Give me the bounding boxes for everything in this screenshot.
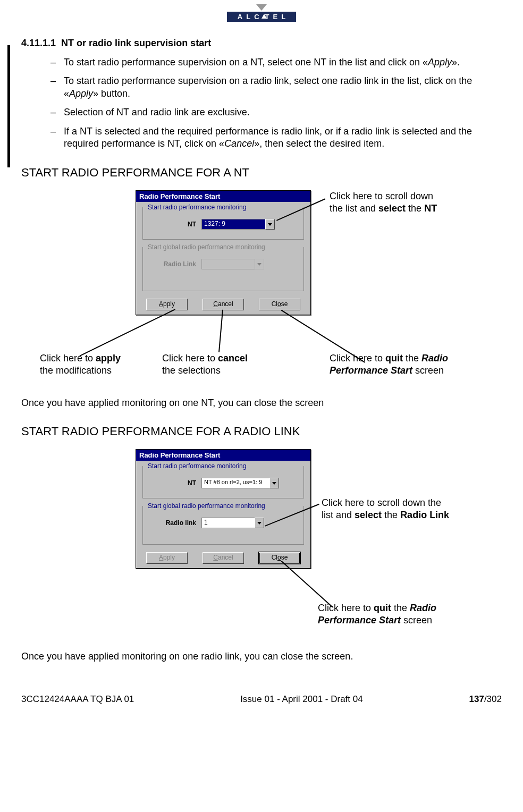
callout-line (281, 310, 365, 362)
cancel-button[interactable]: Cancel (203, 299, 244, 310)
bullet-item: If a NT is selected and the required per… (50, 125, 502, 150)
groupbox-title: Start global radio performance monitorin… (146, 243, 267, 251)
radiolink-combo-dropdown-button (255, 259, 264, 269)
paragraph-after-rl: Once you have applied monitoring on one … (21, 651, 502, 662)
subheading-nt: START RADIO PERFORMANCE FOR A NT (21, 166, 502, 180)
cancel-button: Cancel (203, 552, 244, 564)
footer-center: Issue 01 - April 2001 - Draft 04 (240, 694, 363, 705)
callout-line (219, 310, 223, 352)
groupbox-start-monitoring: Start radio performance monitoring NT 13… (142, 207, 304, 240)
dialog-titlebar: Radio Performance Start (136, 191, 310, 202)
figure-nt: Radio Performance Start Start radio perf… (21, 190, 502, 387)
nt-combo[interactable]: NT #8 on rl=2, us=1: 9 (201, 478, 279, 488)
section-title: NT or radio link supervision start (61, 38, 211, 48)
radiolink-combo-value (201, 259, 255, 269)
callout-line (80, 309, 175, 357)
callout-scroll-nt: Click here to scroll down the list and s… (330, 190, 468, 214)
figure-radiolink: Radio Performance Start Start radio perf… (21, 449, 502, 640)
radiolink-combo-value[interactable]: 1 (201, 518, 255, 528)
nt-label: NT (148, 221, 196, 228)
nt-label: NT (148, 479, 196, 487)
callout-scroll-rl: Click here to scroll down the list and s… (322, 497, 486, 521)
bullet-item: To start radio performance supervision o… (50, 56, 502, 69)
bullet-list: To start radio performance supervision o… (21, 56, 502, 150)
groupbox-global-monitoring: Start global radio performance monitorin… (142, 506, 304, 545)
dialog-radio-perf-start-nt: Radio Performance Start Start radio perf… (136, 190, 311, 315)
groupbox-start-monitoring: Start radio performance monitoring NT NT… (142, 466, 304, 498)
nt-combo-value[interactable]: NT #8 on rl=2, us=1: 9 (201, 478, 269, 488)
nt-combo[interactable]: 1327: 9 (201, 219, 275, 230)
logo-text: ALCTEL (227, 12, 296, 22)
nt-combo-value[interactable]: 1327: 9 (201, 219, 265, 230)
nt-combo-dropdown-button[interactable] (269, 478, 279, 488)
groupbox-title: Start radio performance monitoring (146, 204, 248, 211)
bullet-item: To start radio performance supervision o… (50, 75, 502, 100)
radiolink-label: Radio Link (148, 260, 196, 268)
callout-apply: Click here to apply the modifications (40, 352, 146, 376)
radiolink-label: Radio link (148, 519, 196, 527)
chevron-down-icon (257, 263, 262, 266)
logo-triangle-icon (256, 4, 267, 11)
groupbox-title: Start radio performance monitoring (146, 462, 248, 470)
radiolink-combo[interactable]: 1 (201, 518, 264, 528)
apply-button[interactable]: Apply (146, 299, 188, 310)
callout-cancel: Click here to cancel the selections (162, 352, 279, 376)
dialog-titlebar: Radio Performance Start (136, 450, 310, 461)
logo-region: ALCTEL (21, 0, 502, 38)
chevron-down-icon (268, 223, 272, 226)
close-button[interactable]: Close (259, 552, 300, 564)
chevron-down-icon (272, 482, 276, 485)
callout-quit-rl: Click here to quit the Radio Performance… (318, 602, 493, 626)
radiolink-combo (201, 259, 264, 269)
groupbox-title: Start global radio performance monitorin… (146, 502, 267, 510)
logo-inline-triangle-icon (262, 14, 267, 19)
apply-button: Apply (146, 552, 188, 564)
page-footer: 3CC12424AAAA TQ BJA 01 Issue 01 - April … (21, 673, 502, 705)
paragraph-after-nt: Once you have applied monitoring on one … (21, 397, 502, 409)
bullet-item: Selection of NT and radio link are exclu… (50, 106, 502, 119)
close-button[interactable]: Close (259, 299, 300, 310)
dialog-radio-perf-start-rl: Radio Performance Start Start radio perf… (136, 449, 311, 569)
nt-combo-dropdown-button[interactable] (265, 219, 275, 230)
chevron-down-icon (257, 522, 262, 525)
radiolink-combo-dropdown-button[interactable] (255, 518, 264, 528)
groupbox-global-monitoring: Start global radio performance monitorin… (142, 247, 304, 291)
footer-page: 137/302 (469, 694, 502, 705)
section-number: 4.11.1.1 (21, 38, 56, 48)
change-bar (7, 45, 10, 167)
footer-left: 3CC12424AAAA TQ BJA 01 (21, 694, 134, 705)
subheading-radiolink: START RADIO PERFORMANCE FOR A RADIO LINK (21, 425, 502, 438)
section-heading: 4.11.1.1 NT or radio link supervision st… (21, 38, 502, 49)
